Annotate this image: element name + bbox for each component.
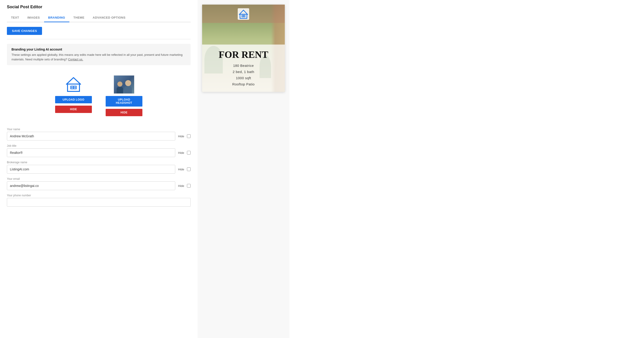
field-row-phone (7, 198, 191, 207)
save-changes-button[interactable]: SAVE CHANGES (7, 27, 42, 35)
brokerage-input[interactable] (7, 165, 175, 174)
hide-name-label: Hide (178, 134, 184, 138)
hide-brokerage-label: Hide (178, 168, 184, 171)
field-group-phone: Your phone number (7, 194, 191, 207)
hide-job-label: Hide (178, 151, 184, 154)
field-row-email: Hide (7, 182, 191, 190)
field-group-name: Your name Hide (7, 128, 191, 140)
preview-for-rent-text: FOR RENT (207, 49, 280, 60)
preview-panel: FOR RENT 180 Beatrice 2 bed, 1 bath 1000… (198, 0, 290, 338)
field-label-job-title: Job title (7, 144, 191, 148)
divider (7, 39, 191, 39)
hide-logo-button[interactable]: HIDE (55, 106, 92, 113)
contact-us-link[interactable]: Contact us. (68, 58, 83, 61)
tab-theme[interactable]: THEME (69, 14, 89, 22)
field-group-email: Your email Hide (7, 177, 191, 190)
tab-images[interactable]: IMAGES (23, 14, 44, 22)
info-box: Branding your Listing AI account These s… (7, 44, 191, 65)
preview-image-container: FOR RENT 180 Beatrice 2 bed, 1 bath 1000… (202, 4, 285, 92)
tab-branding[interactable]: BRANDING (44, 14, 69, 22)
logo-placeholder (63, 75, 84, 94)
fields-section: Your name Hide Job title Hide Brokerage … (7, 128, 191, 207)
upload-headshot-button[interactable]: UPLOAD HEADSHOT (106, 96, 142, 106)
tab-advanced[interactable]: ADVANCED OPTIONS (89, 14, 130, 22)
phone-input[interactable] (7, 198, 191, 207)
preview-content: FOR RENT 180 Beatrice 2 bed, 1 bath 1000… (202, 44, 285, 92)
email-input[interactable] (7, 182, 175, 190)
house-logo-icon (64, 76, 83, 92)
hide-email-checkbox[interactable] (187, 184, 191, 188)
preview-logo-icon (238, 8, 249, 20)
field-row-brokerage: Hide (7, 165, 191, 174)
page-title: Social Post Editor (7, 4, 191, 10)
logo-column: UPLOAD LOGO HIDE (55, 75, 92, 116)
field-label-email: Your email (7, 177, 191, 180)
field-label-phone: Your phone number (7, 194, 191, 197)
tab-bar: TEXT IMAGES BRANDING THEME ADVANCED OPTI… (7, 14, 191, 22)
job-title-input[interactable] (7, 148, 175, 157)
tab-text[interactable]: TEXT (7, 14, 23, 22)
hide-job-checkbox[interactable] (187, 151, 191, 154)
field-label-name: Your name (7, 128, 191, 131)
field-group-brokerage: Brokerage name Hide (7, 161, 191, 174)
hide-brokerage-checkbox[interactable] (187, 168, 191, 171)
hide-email-label: Hide (178, 184, 184, 188)
upload-area: UPLOAD LOGO HIDE (7, 71, 191, 121)
info-box-title: Branding your Listing AI account (12, 48, 186, 51)
preview-card: FOR RENT 180 Beatrice 2 bed, 1 bath 1000… (202, 4, 285, 92)
field-row-job-title: Hide (7, 148, 191, 157)
upload-logo-button[interactable]: UPLOAD LOGO (55, 96, 92, 103)
info-box-text: These settings are applied globally, thi… (12, 52, 186, 62)
left-panel: Social Post Editor TEXT IMAGES BRANDING … (0, 0, 198, 338)
hide-headshot-button[interactable]: HIDE (106, 109, 142, 116)
field-group-job-title: Job title Hide (7, 144, 191, 157)
headshot-image (114, 75, 134, 94)
preview-details: 180 Beatrice 2 bed, 1 bath 1000 sqft Roo… (207, 62, 280, 87)
headshot-column: UPLOAD HEADSHOT HIDE (106, 75, 142, 116)
field-label-brokerage: Brokerage name (7, 161, 191, 164)
name-input[interactable] (7, 132, 175, 140)
field-row-name: Hide (7, 132, 191, 140)
hide-name-checkbox[interactable] (187, 134, 191, 138)
